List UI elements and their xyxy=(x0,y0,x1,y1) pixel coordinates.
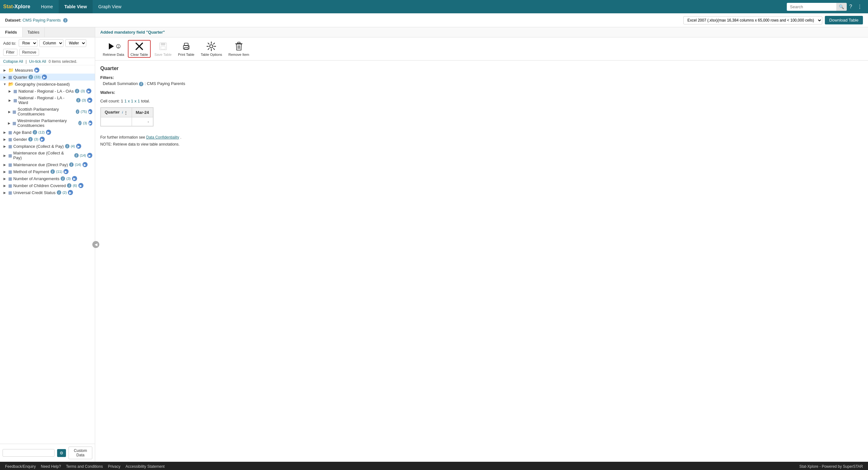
tree-arrow-maintenance-direct[interactable] xyxy=(3,162,7,167)
tree-arrow-quarter[interactable] xyxy=(3,75,7,79)
tree-item-scottish-parl[interactable]: ▦ Scottish Parliamentary Constituencies … xyxy=(0,106,95,117)
th-info-icon-quarter[interactable]: i xyxy=(122,111,123,115)
expand-scottish-parl[interactable]: ▶ xyxy=(88,109,92,114)
tree-item-method-payment[interactable]: ▦ Method of Payment i (11) ▶ xyxy=(0,168,95,175)
sidebar-search-input[interactable] xyxy=(3,449,55,457)
expand-compliance[interactable]: ▶ xyxy=(76,144,81,149)
tree-arrow-universal-credit[interactable] xyxy=(3,190,7,195)
expand-nat-reg-la-ward[interactable]: ▶ xyxy=(87,98,92,103)
tree-item-age-band[interactable]: ▦ Age Band i (12) ▶ xyxy=(0,129,95,136)
add-to-wafer-select[interactable]: Wafer xyxy=(65,39,86,47)
remove-button[interactable]: Remove xyxy=(19,49,39,56)
print-table-group[interactable]: Print Table xyxy=(176,40,197,58)
tree-arrow-method-payment[interactable] xyxy=(3,169,7,174)
expand-num-children[interactable]: ▶ xyxy=(79,183,84,188)
tree-arrow-geography[interactable] xyxy=(3,82,7,86)
clear-table-group[interactable]: Clear Table xyxy=(128,40,150,58)
tree-item-num-children[interactable]: ▦ Number of Children Covered i (6) ▶ xyxy=(0,182,95,189)
footer-need-help-link[interactable]: Need Help? xyxy=(41,464,61,469)
th-more-icon-quarter[interactable]: ⋮ xyxy=(124,111,128,115)
add-to-column-select[interactable]: Column xyxy=(39,39,63,47)
info-icon-method-payment[interactable]: i xyxy=(51,169,55,174)
tree-arrow-age-band[interactable] xyxy=(3,130,7,134)
tree-arrow-nat-reg-la-oas[interactable] xyxy=(8,89,12,93)
tree-item-num-arrangements[interactable]: ▦ Number of Arrangements i (3) ▶ xyxy=(0,175,95,182)
remove-item-group[interactable]: Remove Item xyxy=(226,40,252,58)
custom-data-button[interactable]: Custom Data xyxy=(68,446,92,459)
tree-arrow-compliance[interactable] xyxy=(3,144,7,149)
info-icon-quarter[interactable]: i xyxy=(29,75,33,79)
expand-maintenance-direct[interactable]: ▶ xyxy=(83,162,88,167)
footer-feedback-link[interactable]: Feedback/Enquiry xyxy=(5,464,36,469)
expand-quarter[interactable]: ▶ xyxy=(42,74,47,80)
more-button[interactable]: ⋮ xyxy=(855,4,865,10)
info-icon-nat-reg-la-ward[interactable]: i xyxy=(76,98,81,102)
export-format-select[interactable]: Excel 2007 (.xlsx)(max 16,384 columns x … xyxy=(683,16,822,24)
info-icon-maintenance-collect[interactable]: i xyxy=(74,153,79,158)
dataset-info-icon[interactable]: i xyxy=(63,18,68,23)
expand-maintenance-collect[interactable]: ▶ xyxy=(87,153,92,158)
footer-accessibility-link[interactable]: Accessibility Statement xyxy=(126,464,165,469)
tree-item-gender[interactable]: ▦ Gender i (3) ▶ xyxy=(0,136,95,143)
tree-arrow-scottish-parl[interactable] xyxy=(8,109,11,114)
info-icon-num-children[interactable]: i xyxy=(67,183,71,188)
info-icon-universal-credit[interactable]: i xyxy=(57,190,61,195)
info-icon-compliance[interactable]: i xyxy=(65,144,69,149)
expand-gender[interactable]: ▶ xyxy=(40,137,45,142)
info-icon-maintenance-direct[interactable]: i xyxy=(69,162,73,167)
expand-age-band[interactable]: ▶ xyxy=(46,130,51,135)
sidebar-filter-icon-button[interactable]: ⚙ xyxy=(57,449,66,457)
search-input[interactable] xyxy=(787,3,838,11)
help-button[interactable]: ? xyxy=(847,4,855,9)
expand-method-payment[interactable]: ▶ xyxy=(63,169,68,174)
tree-item-universal-credit[interactable]: ▦ Universal Credit Status i (2) ▶ xyxy=(0,189,95,196)
footer-terms-link[interactable]: Terms and Conditions xyxy=(66,464,103,469)
expand-num-arrangements[interactable]: ▶ xyxy=(72,176,77,181)
nav-home[interactable]: Home xyxy=(35,0,58,13)
tree-item-nat-reg-la-oas[interactable]: ▦ National - Regional - LA - OAs i (3) ▶ xyxy=(0,88,95,95)
expand-westminster-parl[interactable]: ▶ xyxy=(89,121,92,126)
cell-count-link[interactable]: 1 x 1 x 1 xyxy=(124,99,140,103)
search-button[interactable]: 🔍 xyxy=(836,3,847,11)
nav-table-view[interactable]: Table View xyxy=(59,0,93,13)
tree-arrow-measures[interactable] xyxy=(3,68,7,72)
tree-item-geography[interactable]: 📂 Geography (residence-based) xyxy=(0,81,95,88)
tree-arrow-nat-reg-la-ward[interactable] xyxy=(8,98,12,102)
tree-arrow-maintenance-collect[interactable] xyxy=(3,153,7,158)
tree-arrow-westminster-parl[interactable] xyxy=(8,121,11,125)
retrieve-data-group[interactable]: Retrieve Data xyxy=(100,40,127,58)
filter-button[interactable]: Filter xyxy=(3,49,18,56)
info-icon-gender[interactable]: i xyxy=(28,137,33,142)
info-icon-num-arrangements[interactable]: i xyxy=(61,176,65,181)
tree-arrow-gender[interactable] xyxy=(3,137,7,142)
un-tick-all-link[interactable]: Un-tick All xyxy=(29,59,46,64)
tree-arrow-num-arrangements[interactable] xyxy=(3,176,7,181)
tree-item-nat-reg-la-ward[interactable]: ▦ National - Regional - LA - Ward i (3) … xyxy=(0,95,95,106)
footer-privacy-link[interactable]: Privacy xyxy=(108,464,120,469)
expand-measures[interactable]: ▶ xyxy=(34,67,39,73)
tree-item-westminster-parl[interactable]: ▦ Westminster Parliamentary Constituenci… xyxy=(0,117,95,129)
tab-tables[interactable]: Tables xyxy=(23,27,45,37)
download-table-button[interactable]: Download Table xyxy=(825,16,863,24)
tree-item-quarter[interactable]: ▦ Quarter i (33) ▶ xyxy=(0,73,95,81)
expand-nat-reg-la-oas[interactable]: ▶ xyxy=(86,89,91,94)
tree-item-measures[interactable]: 📁 Measures ▶ xyxy=(0,67,95,73)
add-to-row-select[interactable]: Row xyxy=(19,39,37,47)
info-icon-scottish-parl[interactable]: i xyxy=(76,109,79,114)
sidebar-collapse-toggle[interactable]: ◀ xyxy=(92,241,99,248)
tab-fields[interactable]: Fields xyxy=(0,27,23,37)
tree-item-maintenance-collect[interactable]: ▦ Maintenance due (Collect & Pay) i (14)… xyxy=(0,150,95,161)
data-confidentiality-link[interactable]: Data Confidentiality xyxy=(146,135,179,139)
tree-item-compliance[interactable]: ▦ Compliance (Collect & Pay) i (4) ▶ xyxy=(0,143,95,150)
collapse-all-link[interactable]: Collapse All xyxy=(3,59,23,64)
info-icon-filter[interactable]: i xyxy=(139,82,144,86)
info-icon-nat-reg-la-oas[interactable]: i xyxy=(75,89,79,93)
info-icon-age-band[interactable]: i xyxy=(33,130,37,134)
badge-age-band: (12) xyxy=(38,130,45,134)
tree-item-maintenance-direct[interactable]: ▦ Maintenance due (Direct Pay) i (14) ▶ xyxy=(0,161,95,168)
info-icon-westminster-parl[interactable]: i xyxy=(79,121,82,125)
nav-graph-view[interactable]: Graph View xyxy=(93,0,127,13)
table-options-group[interactable]: Table Options xyxy=(198,40,225,58)
expand-universal-credit[interactable]: ▶ xyxy=(68,190,73,195)
tree-arrow-num-children[interactable] xyxy=(3,183,7,188)
